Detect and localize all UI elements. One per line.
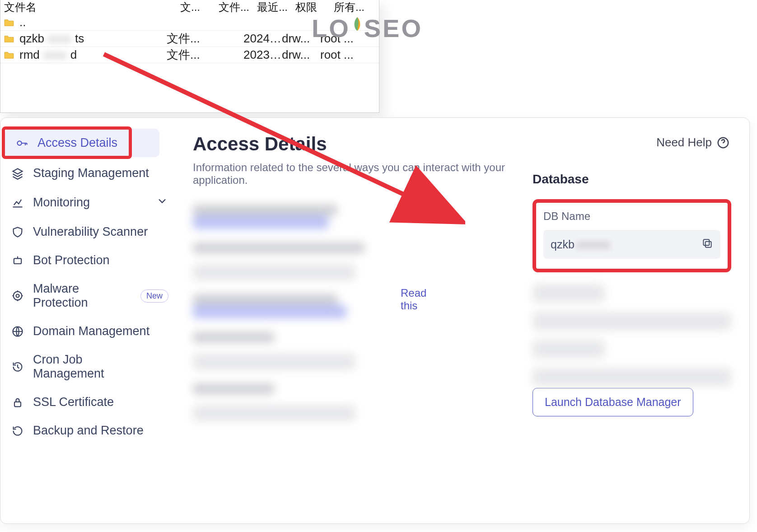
- sidebar-item-monitoring[interactable]: Monitoring: [0, 187, 178, 218]
- database-section-title: Database: [533, 172, 731, 187]
- watermark-logo: LO SEO: [312, 14, 423, 43]
- main-content: Access Details Information related to th…: [178, 118, 749, 523]
- db-name-label: DB Name: [543, 210, 720, 223]
- sidebar-item-domain[interactable]: Domain Management: [0, 317, 178, 345]
- access-icon: [15, 137, 29, 149]
- svg-rect-1: [14, 258, 21, 264]
- sidebar: Access Details Staging Management Monito…: [0, 118, 178, 523]
- sidebar-item-label: Backup and Restore: [33, 424, 144, 438]
- sidebar-item-label: Vulnerability Scanner: [33, 225, 148, 239]
- restore-icon: [10, 425, 25, 437]
- layers-icon: [10, 167, 25, 180]
- bot-icon: [10, 254, 25, 267]
- file-name: ..: [19, 15, 26, 29]
- sidebar-item-label: Bot Protection: [33, 253, 110, 267]
- folder-icon: [4, 35, 18, 43]
- col-header-modified[interactable]: 最近...: [257, 0, 295, 14]
- sidebar-item-label: Domain Management: [33, 324, 150, 338]
- chevron-down-icon: [156, 195, 168, 210]
- file-row[interactable]: rmdxxxxd 文件... 2023/... drw... root ...: [0, 47, 379, 63]
- file-name-blur: xxxx: [42, 48, 69, 62]
- sidebar-item-label: SSL Certificate: [33, 395, 114, 409]
- file-name-pre: qzkb: [19, 32, 44, 46]
- col-header-type[interactable]: 文...: [180, 0, 219, 14]
- blurred-content-right: [533, 284, 731, 379]
- svg-point-3: [16, 294, 19, 298]
- help-icon: [716, 136, 730, 149]
- svg-rect-7: [703, 239, 709, 245]
- file-name-pre: rmd: [19, 48, 40, 62]
- page-title: Access Details: [193, 133, 523, 155]
- file-name-blur: xxxx: [46, 32, 73, 46]
- sidebar-item-label: Cron Job Management: [33, 353, 123, 381]
- sidebar-item-backup[interactable]: Backup and Restore: [0, 416, 178, 445]
- sidebar-item-cron[interactable]: Cron Job Management: [0, 345, 178, 388]
- blurred-content-left: [193, 205, 523, 457]
- svg-point-0: [18, 141, 22, 145]
- sidebar-item-staging[interactable]: Staging Management: [0, 159, 178, 187]
- file-browser-header: 文件名 文... 文件... 最近... 权限 所有...: [0, 0, 379, 14]
- svg-rect-5: [14, 401, 21, 406]
- col-header-name[interactable]: 文件名: [4, 0, 180, 14]
- copy-icon[interactable]: [701, 238, 713, 251]
- sidebar-item-label: Monitoring: [33, 196, 90, 210]
- new-badge: New: [140, 289, 168, 303]
- folder-icon: [4, 19, 18, 27]
- sidebar-item-label: Malware Protection: [33, 282, 105, 310]
- svg-rect-6: [706, 242, 711, 247]
- shield-icon: [10, 226, 25, 238]
- sidebar-item-access-details[interactable]: Access Details: [5, 129, 159, 157]
- col-header-size[interactable]: 文件...: [219, 0, 257, 14]
- sidebar-item-vulnerability[interactable]: Vulnerability Scanner: [0, 218, 178, 246]
- sidebar-item-label: Staging Management: [33, 166, 149, 180]
- app-panel: Access Details Staging Management Monito…: [0, 117, 750, 524]
- page-subtitle: Information related to the several ways …: [193, 161, 523, 187]
- leaf-icon: [350, 16, 365, 32]
- svg-point-2: [14, 292, 22, 300]
- sidebar-item-bot[interactable]: Bot Protection: [0, 246, 178, 275]
- col-header-perm[interactable]: 权限: [295, 0, 334, 14]
- sidebar-item-ssl[interactable]: SSL Certificate: [0, 388, 178, 416]
- db-name-highlight-box: DB Name qzkbxxxxxx: [533, 199, 731, 272]
- launch-db-manager-button[interactable]: Launch Database Manager: [533, 388, 693, 416]
- sidebar-item-malware[interactable]: Malware Protection New: [0, 275, 178, 317]
- chart-icon: [10, 196, 25, 209]
- db-name-field: qzkbxxxxxx: [543, 230, 720, 259]
- need-help-link[interactable]: Need Help: [656, 135, 730, 149]
- target-icon: [10, 289, 25, 302]
- db-name-value: qzkbxxxxxx: [551, 238, 612, 251]
- col-header-owner[interactable]: 所有...: [334, 0, 372, 14]
- globe-icon: [10, 325, 25, 338]
- history-icon: [10, 360, 25, 373]
- lock-icon: [10, 396, 25, 409]
- sidebar-item-label: Access Details: [37, 136, 117, 150]
- folder-icon: [4, 51, 18, 59]
- file-name-post: ts: [75, 32, 84, 46]
- file-name-post: d: [70, 48, 77, 62]
